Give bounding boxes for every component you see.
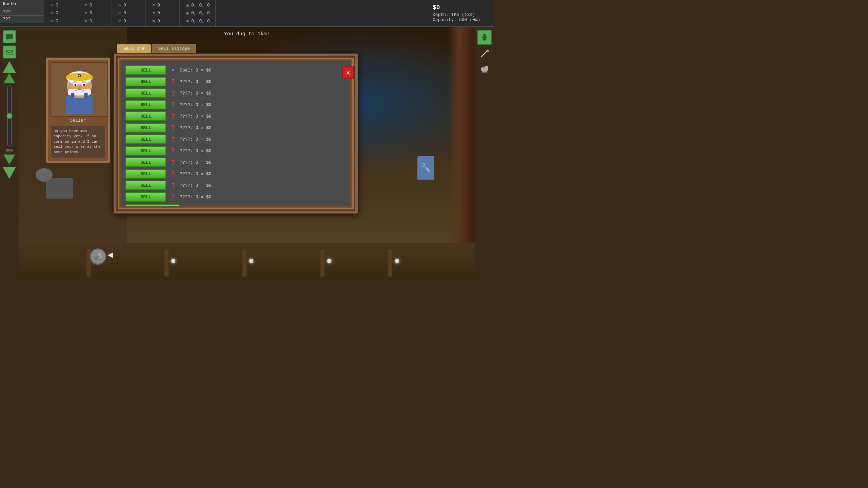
down-arrow-outer[interactable] xyxy=(3,167,16,179)
down-arrow-inner[interactable] xyxy=(4,155,15,165)
close-button[interactable]: ✕ xyxy=(342,66,354,79)
stat-value: 0 xyxy=(56,19,58,24)
sell-row-6: SELL ❓ ????: 0 = $0 xyxy=(125,135,346,144)
sell-button-11[interactable]: SELL xyxy=(125,192,166,202)
svg-point-12 xyxy=(78,86,81,89)
sell-button-3[interactable]: SELL xyxy=(125,100,166,109)
sell-all-button[interactable]: SELL ALL xyxy=(125,204,180,207)
capacity-display: Capacity: 500 (0%) xyxy=(433,17,487,22)
stat-value: 0 xyxy=(123,11,126,16)
stat-value: 0 xyxy=(157,3,160,8)
item-desc-11: ????: 0 = $0 xyxy=(180,195,212,200)
stat-row: ⟲ 0 xyxy=(83,19,106,24)
portrait-frame: Seller Do you have max capacity yet? If … xyxy=(46,58,110,163)
item-desc-10: ????: 0 = $0 xyxy=(180,183,212,188)
wooden-post xyxy=(320,249,324,277)
stat-row: ▣ 0, 0, 0 xyxy=(185,19,210,24)
depth-km-label: 0Km xyxy=(6,148,13,152)
seller-portrait-area: Seller Do you have max capacity yet? If … xyxy=(46,54,114,214)
wooden-post xyxy=(86,249,91,277)
stat-row: ⟲ 0 xyxy=(151,11,174,16)
sell-row-coal: SELL ● Coal: 0 = $0 xyxy=(125,65,346,75)
pickaxe-button[interactable] xyxy=(478,47,491,60)
sell-button-1[interactable]: SELL xyxy=(125,77,166,86)
sell-dialog: Seller Do you have max capacity yet? If … xyxy=(114,44,358,214)
location-label: Earth xyxy=(0,0,44,8)
item-icon-8: ❓ xyxy=(170,159,176,166)
svg-rect-1 xyxy=(66,96,93,115)
settings-button[interactable] xyxy=(477,30,492,45)
hud-stats-grid: ○ 0 ⟳ 0 ⟳ 0 ⟲ 0 ⟲ 0 ⟲ 0 xyxy=(44,0,426,26)
anvil-button[interactable] xyxy=(478,62,491,75)
item-desc-8: ????: 0 = $0 xyxy=(180,160,212,165)
item-icon-1: ❓ xyxy=(170,78,176,85)
anvil-icon xyxy=(479,63,490,74)
tab-sell-isotope[interactable]: Sell Isotope xyxy=(152,44,196,53)
stat-row: ⟲ 0 xyxy=(151,19,174,24)
stat-icon: ▣ xyxy=(185,11,190,16)
unknown-label-1: ??? xyxy=(0,8,44,16)
stat-icon: ⟲ xyxy=(83,3,88,8)
pickaxe-icon xyxy=(479,48,490,59)
sell-button-2[interactable]: SELL xyxy=(125,88,166,98)
stat-value: 0 xyxy=(56,11,58,16)
dialog-inner-content: SELL ● Coal: 0 = $0 SELL ❓ ????: 0 = $0 … xyxy=(120,60,351,207)
gear-icon xyxy=(480,33,489,42)
hud-location-panel: Earth ??? ??? xyxy=(0,0,44,26)
item-desc-5: ????: 0 = $0 xyxy=(180,125,212,130)
chat-button[interactable] xyxy=(3,30,16,43)
dialog-frame: ✕ SELL ● Coal: 0 = $0 SELL ❓ ????: 0 = $… xyxy=(114,54,358,214)
seller-dialogue-text: Do you have max capacity yet? If so, com… xyxy=(51,126,105,158)
vertical-slider[interactable] xyxy=(7,85,12,146)
top-hud: Earth ??? ??? ○ 0 ⟳ 0 ⟳ 0 ⟲ 0 ⟲ xyxy=(0,0,494,27)
up-arrow-outer[interactable] xyxy=(3,61,16,73)
svg-point-8 xyxy=(74,84,76,86)
stat-row: ⟲ 0 xyxy=(151,3,174,8)
stat-value: 0 xyxy=(157,11,160,16)
sell-button-7[interactable]: SELL xyxy=(125,146,166,156)
stat-value: 0, 0, 0 xyxy=(191,3,210,8)
sell-button-5[interactable]: SELL xyxy=(125,123,166,133)
up-arrow-inner[interactable] xyxy=(4,73,15,83)
mail-button[interactable] xyxy=(3,45,16,59)
sell-button-10[interactable]: SELL xyxy=(125,181,166,190)
depth-display: Depth: 1Km (13%) xyxy=(433,12,487,17)
item-icon-4: ❓ xyxy=(170,113,176,120)
item-desc-1: ????: 0 = $0 xyxy=(180,79,212,84)
item-icon-10: ❓ xyxy=(170,182,176,189)
sell-button-4[interactable]: SELL xyxy=(125,111,166,121)
item-desc-2: ????: 0 = $0 xyxy=(180,91,212,96)
sell-button-6[interactable]: SELL xyxy=(125,135,166,144)
stat-value: 0, 0, 0 xyxy=(191,11,210,16)
stat-row: ⟲ 0 xyxy=(83,3,106,8)
wooden-post xyxy=(164,249,169,277)
svg-rect-18 xyxy=(84,93,88,98)
stat-icon: ⟲ xyxy=(151,19,156,23)
unknown-label-2: ??? xyxy=(0,16,44,23)
sell-button-9[interactable]: SELL xyxy=(125,169,166,179)
slider-handle[interactable] xyxy=(6,113,13,119)
sell-button-8[interactable]: SELL xyxy=(125,158,166,167)
item-icon-7: ❓ xyxy=(170,147,176,154)
sell-row-2: SELL ❓ ????: 0 = $0 xyxy=(125,88,346,98)
seller-name-label: Seller xyxy=(51,117,105,124)
item-desc-4: ????: 0 = $0 xyxy=(180,114,212,119)
stat-icon: ⟳ xyxy=(117,3,122,8)
dig-notification: You dug to 1km! xyxy=(224,31,270,37)
sell-row-5: SELL ❓ ????: 0 = $0 xyxy=(125,123,346,133)
stat-row: ▣ 0, 0, 0 xyxy=(185,3,210,8)
stat-icon: ⟲ xyxy=(83,19,88,23)
item-icon-11: ❓ xyxy=(170,194,176,200)
sell-button-coal[interactable]: SELL xyxy=(125,65,166,75)
item-desc-7: ????: 0 = $0 xyxy=(180,148,212,154)
tab-sell-ore[interactable]: Sell Ore xyxy=(117,44,151,53)
coal-item-desc: Coal: 0 = $0 xyxy=(180,68,212,73)
stat-icon: ⟳ xyxy=(117,11,122,16)
lantern xyxy=(395,259,399,263)
stat-row: ⟳ 0 xyxy=(117,11,140,16)
seller-portrait-image xyxy=(51,62,108,117)
sell-row-10: SELL ❓ ????: 0 = $0 xyxy=(125,181,346,190)
cave-right-wall xyxy=(448,27,475,277)
hud-col-4: ⟲ 0 ⟲ 0 ⟲ 0 xyxy=(146,0,180,26)
left-sidebar: 0Km xyxy=(0,27,19,277)
